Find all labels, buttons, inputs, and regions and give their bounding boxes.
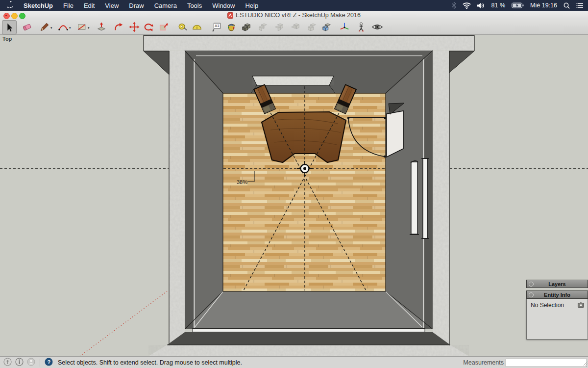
offset-tool-button[interactable] [157, 20, 171, 33]
minimize-window-button[interactable] [11, 13, 18, 19]
tape-measure-icon [177, 22, 188, 32]
outer-shell-tool-button[interactable] [240, 20, 253, 33]
geolocation-icon[interactable] [3, 358, 12, 368]
text-tool-button[interactable]: A1 [210, 20, 223, 33]
offset-icon [158, 22, 169, 32]
select-tool-button[interactable] [2, 20, 17, 34]
layers-panel-title: Layers [548, 281, 565, 287]
zoom-window-button[interactable] [19, 13, 25, 19]
menu-item-draw[interactable]: Draw [129, 2, 144, 9]
menu-item-sketchup[interactable]: SketchUp [24, 2, 53, 9]
menu-item-file[interactable]: File [63, 2, 74, 9]
rotate-tool-button[interactable] [142, 20, 155, 33]
menu-item-view[interactable]: View [105, 2, 119, 9]
credits-icon[interactable] [15, 358, 24, 368]
layers-panel: Layers [526, 280, 588, 288]
select-arrow-icon [4, 22, 15, 33]
help-icon[interactable]: ? [45, 358, 53, 368]
look-around-tool-button[interactable] [370, 20, 384, 33]
menu-item-camera[interactable]: Camera [154, 2, 177, 9]
push-pull-icon [96, 22, 107, 32]
arc-tool-button[interactable]: ▾ [56, 20, 70, 33]
pencil-icon [39, 22, 50, 32]
tape-measure-tool-button[interactable] [176, 20, 190, 33]
apple-icon [7, 1, 13, 8]
rectangle-tool-button[interactable]: ▾ [75, 20, 89, 33]
follow-me-icon [113, 22, 124, 32]
door-leaf [387, 111, 403, 157]
entity-info-body: No Selection [526, 299, 588, 340]
apple-menu[interactable] [7, 1, 13, 10]
status-bar: ? Select objects. Shift to extend select… [0, 356, 588, 368]
text-icon: A1 [211, 22, 222, 32]
sign-in-icon[interactable] [27, 358, 35, 368]
follow-me-tool-button[interactable] [112, 20, 125, 33]
push-pull-tool-button[interactable] [95, 20, 108, 33]
trim-tool-button[interactable] [305, 20, 319, 33]
status-hint-text: Select objects. Shift to extend select. … [58, 359, 242, 366]
protractor-tool-button[interactable] [190, 20, 204, 33]
union-icon [274, 22, 285, 32]
subtract-tool-button[interactable] [289, 20, 302, 33]
protractor-icon [192, 22, 202, 32]
battery-percentage: 81 % [491, 2, 506, 9]
measurements-label: Measurements [463, 359, 504, 366]
bluetooth-icon[interactable] [452, 2, 456, 9]
svg-text:?: ? [47, 359, 50, 365]
measurements-input[interactable] [506, 359, 587, 367]
position-camera-tool-button[interactable] [354, 20, 368, 33]
entity-info-panel: Entity Info No Selection [526, 290, 588, 340]
wifi-icon[interactable] [463, 2, 471, 9]
battery-charging-icon [512, 2, 524, 8]
move-tool-button[interactable] [127, 20, 141, 33]
rectangle-icon [76, 22, 87, 32]
move-icon [129, 22, 140, 32]
volume-icon[interactable] [477, 2, 485, 9]
menu-item-help[interactable]: Help [245, 2, 258, 9]
entity-info-panel-header[interactable]: Entity Info [526, 290, 588, 299]
window-title-bar[interactable]: ESTUDIO NICO vRFZ - SketchUp Make 2016 [0, 11, 588, 20]
intersect-icon [258, 22, 269, 32]
paint-bucket-tool-button[interactable] [224, 20, 238, 33]
paint-bucket-icon [226, 22, 237, 32]
line-tool-caret[interactable]: ▾ [50, 26, 52, 30]
menu-item-window[interactable]: Window [212, 2, 235, 9]
menu-clock[interactable]: Mié 19:16 [530, 2, 557, 9]
model-viewport[interactable]: 38% [0, 0, 588, 368]
line-tool-button[interactable]: ▾ [38, 20, 51, 33]
outer-shell-icon [241, 22, 252, 32]
arc-tool-caret[interactable]: ▾ [69, 26, 71, 30]
entity-info-collapse-toggle[interactable] [529, 292, 534, 297]
layers-collapse-toggle[interactable] [529, 282, 534, 287]
svg-text:A1: A1 [215, 24, 219, 28]
eraser-icon [22, 22, 32, 32]
status-divider [40, 359, 40, 367]
view-name-label: Top [2, 36, 12, 42]
intersect-tool-button[interactable] [256, 20, 270, 33]
subtract-icon [290, 22, 301, 32]
look-around-eye-icon [371, 22, 383, 32]
menu-item-edit[interactable]: Edit [84, 2, 95, 9]
split-icon [321, 22, 332, 32]
entity-details-icon[interactable] [577, 301, 585, 309]
notification-center-icon[interactable] [576, 2, 583, 8]
split-tool-button[interactable] [320, 20, 334, 33]
menu-item-tools[interactable]: Tools [187, 2, 202, 9]
annotation-38-label: 38% [237, 179, 247, 185]
axes-tool-button[interactable] [338, 20, 351, 33]
layers-panel-header[interactable]: Layers [526, 280, 588, 288]
main-toolbar: ▾ ▾ ▾ A1 [0, 20, 588, 35]
rectangle-tool-caret[interactable]: ▾ [88, 26, 90, 30]
axes-icon [339, 22, 350, 32]
document-proxy-icon [227, 12, 233, 19]
menu-bar: SketchUp File Edit View Draw Camera Tool… [0, 0, 588, 11]
window-title: ESTUDIO NICO vRFZ - SketchUp Make 2016 [236, 12, 361, 19]
rotate-icon [143, 22, 154, 32]
eraser-tool-button[interactable] [20, 20, 34, 33]
close-window-button[interactable] [3, 13, 10, 19]
window-resize-grip[interactable] [584, 359, 588, 368]
spotlight-search-icon[interactable] [564, 2, 570, 9]
entity-info-panel-title: Entity Info [544, 292, 570, 298]
position-camera-icon [356, 22, 367, 32]
union-tool-button[interactable] [272, 20, 286, 33]
